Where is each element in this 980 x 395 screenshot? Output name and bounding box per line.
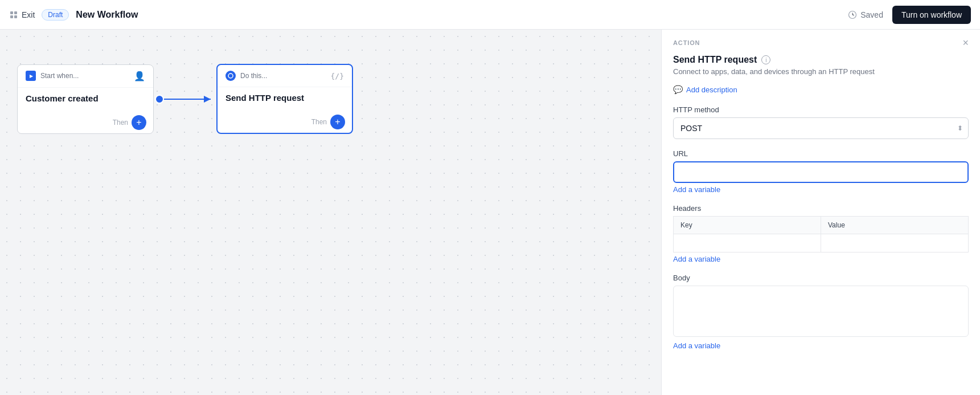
headers-add-variable-button[interactable]: Add a variable — [673, 255, 720, 263]
headers-group: Headers Key Value Ad — [673, 204, 969, 263]
svg-rect-0 — [10, 11, 13, 14]
add-description-button[interactable]: 💬 Add description — [673, 85, 737, 94]
action-node-label: Do this... — [240, 72, 267, 80]
http-method-label: HTTP method — [673, 105, 969, 114]
svg-rect-2 — [10, 15, 13, 18]
people-icon: 👤 — [134, 71, 145, 82]
draft-badge: Draft — [42, 9, 69, 21]
start-node[interactable]: Start when... 👤 Customer created Then + — [17, 64, 154, 134]
exit-icon — [9, 10, 18, 19]
workflow-canvas[interactable]: Start when... 👤 Customer created Then + — [0, 30, 661, 395]
headers-value-col: Value — [821, 217, 969, 234]
panel-subtitle: Connect to apps, data, and devices throu… — [673, 67, 969, 76]
body-textarea[interactable] — [673, 286, 969, 337]
svg-point-5 — [155, 95, 163, 103]
headers-key-col: Key — [674, 217, 821, 234]
clock-icon — [848, 10, 857, 19]
trigger-icon — [26, 71, 36, 81]
topbar-right: Saved Turn on workflow — [848, 6, 971, 24]
action-node-then: Then — [311, 118, 327, 126]
start-node-body: Customer created — [18, 88, 153, 112]
workflow-title: New Workflow — [76, 10, 138, 20]
panel-body: Send HTTP request i Connect to apps, dat… — [662, 48, 980, 395]
action-node-body: Send HTTP request — [218, 87, 352, 111]
start-node-label: Start when... — [40, 72, 79, 80]
url-label: URL — [673, 149, 969, 158]
start-add-button[interactable]: + — [132, 115, 146, 130]
main-area: Start when... 👤 Customer created Then + — [0, 30, 980, 395]
body-group: Body Add a variable — [673, 274, 969, 350]
headers-label: Headers — [673, 204, 969, 213]
panel-close-button[interactable]: × — [962, 38, 969, 48]
headers-row — [674, 234, 969, 253]
exit-label: Exit — [22, 10, 35, 19]
action-icon — [225, 71, 236, 81]
topbar: Exit Draft New Workflow Saved Turn on wo… — [0, 0, 980, 30]
body-add-variable-button[interactable]: Add a variable — [673, 341, 720, 350]
url-group: URL Add a variable — [673, 149, 969, 194]
saved-label: Saved — [848, 10, 883, 19]
turn-on-button[interactable]: Turn on workflow — [892, 6, 971, 24]
topbar-left: Exit Draft New Workflow — [9, 9, 138, 21]
comment-icon: 💬 — [673, 85, 683, 94]
headers-table: Key Value — [673, 216, 969, 253]
url-add-variable-button[interactable]: Add a variable — [673, 185, 720, 194]
headers-key-input[interactable] — [674, 234, 821, 252]
nodes-container: Start when... 👤 Customer created Then + — [17, 64, 353, 134]
svg-rect-1 — [14, 11, 17, 14]
start-node-footer: Then + — [18, 112, 153, 133]
svg-point-6 — [228, 74, 233, 78]
action-add-button[interactable]: + — [330, 115, 345, 129]
action-node-footer: Then + — [218, 111, 352, 133]
connector — [154, 76, 216, 122]
panel-title-row: Send HTTP request i — [673, 55, 969, 65]
start-node-header: Start when... 👤 — [18, 65, 153, 88]
start-node-then: Then — [113, 119, 128, 127]
add-description-label: Add description — [686, 85, 737, 94]
action-node[interactable]: Do this... {/} Send HTTP request Then + — [216, 64, 353, 134]
svg-rect-3 — [14, 15, 17, 18]
http-method-select[interactable]: GET POST PUT PATCH DELETE — [673, 117, 969, 139]
http-method-select-wrapper: GET POST PUT PATCH DELETE ⬍ — [673, 117, 969, 139]
panel-header: ACTION × — [662, 30, 980, 48]
panel-section-label: ACTION — [673, 39, 700, 46]
panel-title: Send HTTP request — [673, 55, 757, 65]
exit-button[interactable]: Exit — [9, 10, 35, 19]
action-node-header: Do this... {/} — [218, 65, 352, 87]
start-node-title: Customer created — [26, 93, 99, 103]
connector-svg — [154, 76, 216, 122]
action-node-title: Send HTTP request — [225, 93, 304, 103]
body-label: Body — [673, 274, 969, 282]
url-input[interactable] — [673, 161, 969, 183]
info-icon[interactable]: i — [761, 55, 770, 64]
http-method-group: HTTP method GET POST PUT PATCH DELETE ⬍ — [673, 105, 969, 139]
code-icon: {/} — [331, 72, 344, 80]
headers-value-input[interactable] — [821, 234, 968, 252]
right-panel: ACTION × Send HTTP request i Connect to … — [661, 30, 980, 395]
